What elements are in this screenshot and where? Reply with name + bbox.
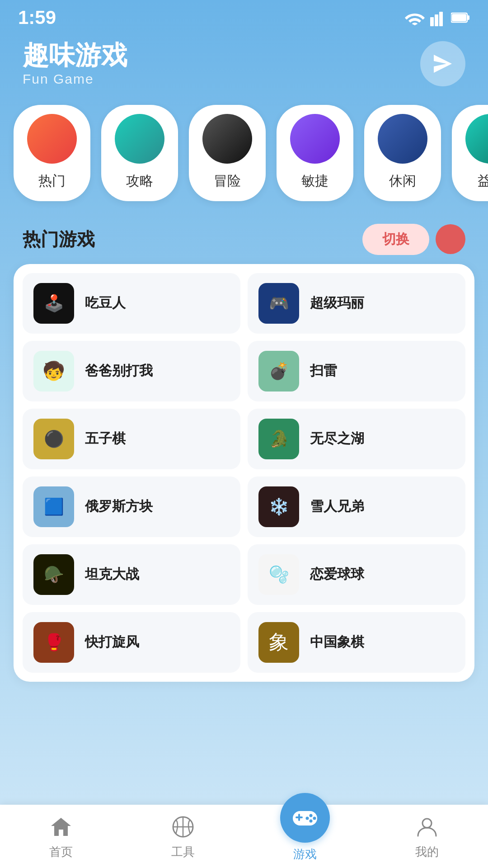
svg-rect-5 xyxy=(467,15,469,20)
game-item-chess[interactable]: 象 中国象棋 xyxy=(248,612,465,673)
category-label-more: 益... xyxy=(478,172,488,190)
game-icon-gomoku: ⚫ xyxy=(33,419,74,459)
status-icons xyxy=(405,9,470,26)
profile-icon xyxy=(413,813,441,840)
app-title: 趣味游戏 xyxy=(23,41,127,70)
header-title-block: 趣味游戏 Fun Game xyxy=(23,41,127,87)
category-item-hot[interactable]: 热门 xyxy=(14,105,90,201)
send-icon xyxy=(432,52,454,75)
game-item-snowbros[interactable]: ❄️ 雪人兄弟 xyxy=(248,476,465,537)
category-item-adventure[interactable]: 冒险 xyxy=(189,105,266,201)
game-icon-endless: 🐊 xyxy=(258,419,299,459)
category-item-casual[interactable]: 休闲 xyxy=(364,105,441,201)
category-icon-more xyxy=(465,114,488,164)
game-list-card: 🕹️ 吃豆人 🎮 超级玛丽 🧒 爸爸别打我 💣 扫雷 ⚫ 五子棋 🐊 无尽之湖 … xyxy=(14,264,474,682)
game-name-mario: 超级玛丽 xyxy=(310,294,364,312)
game-item-tankbattle[interactable]: 🪖 坦克大战 xyxy=(23,544,240,605)
category-label-casual: 休闲 xyxy=(389,172,416,190)
signal-icon xyxy=(430,9,446,26)
section-actions: 切换 xyxy=(362,224,465,255)
header: 趣味游戏 Fun Game xyxy=(0,32,488,100)
category-label-adventure: 冒险 xyxy=(214,172,241,190)
category-label-strategy: 攻略 xyxy=(126,172,153,190)
svg-point-13 xyxy=(310,819,313,822)
section-title: 热门游戏 xyxy=(23,227,95,252)
game-icon-chess: 象 xyxy=(258,622,299,663)
category-icon-hot xyxy=(27,114,77,164)
svg-point-14 xyxy=(422,819,432,828)
category-scroll[interactable]: 热门 攻略 冒险 敏捷 休闲 益... xyxy=(0,100,488,219)
svg-rect-9 xyxy=(298,814,300,821)
status-bar: 1:59 xyxy=(0,0,488,32)
svg-point-12 xyxy=(306,816,309,820)
battery-icon xyxy=(451,11,470,24)
game-icon-tankbattle: 🪖 xyxy=(33,554,74,595)
nav-item-games[interactable]: 游戏 xyxy=(244,811,366,862)
game-icon-mario: 🎮 xyxy=(258,283,299,324)
category-icon-casual xyxy=(378,114,427,164)
category-icon-strategy xyxy=(115,114,164,164)
svg-rect-1 xyxy=(435,14,438,26)
game-name-tetris: 俄罗斯方块 xyxy=(85,497,153,516)
game-item-pacman[interactable]: 🕹️ 吃豆人 xyxy=(23,273,240,334)
nav-label-tools: 工具 xyxy=(171,844,195,860)
nav-item-tools[interactable]: 工具 xyxy=(122,813,244,860)
game-item-loveball[interactable]: 🫧 恋爱球球 xyxy=(248,544,465,605)
game-item-mario[interactable]: 🎮 超级玛丽 xyxy=(248,273,465,334)
svg-rect-0 xyxy=(430,17,434,26)
svg-point-10 xyxy=(310,814,313,817)
wifi-icon xyxy=(405,10,425,25)
game-icon-streetfighter: 🥊 xyxy=(33,622,74,663)
game-item-streetfighter[interactable]: 🥊 快打旋风 xyxy=(23,612,240,673)
game-icon-minesweeper: 💣 xyxy=(258,351,299,392)
toggle-dot-button[interactable] xyxy=(436,224,465,254)
nav-label-games: 游戏 xyxy=(293,846,317,862)
svg-rect-2 xyxy=(439,12,443,26)
svg-point-11 xyxy=(313,816,316,820)
section-header: 热门游戏 切换 xyxy=(0,219,488,264)
nav-label-mine: 我的 xyxy=(415,844,439,860)
game-icon-pacman: 🕹️ xyxy=(33,283,74,324)
game-name-chess: 中国象棋 xyxy=(310,633,364,651)
gamepad-icon xyxy=(291,807,319,829)
game-item-dad[interactable]: 🧒 爸爸别打我 xyxy=(23,341,240,401)
status-time: 1:59 xyxy=(18,7,56,28)
game-item-gomoku[interactable]: ⚫ 五子棋 xyxy=(23,409,240,469)
category-item-strategy[interactable]: 攻略 xyxy=(101,105,178,201)
game-icon-snowbros: ❄️ xyxy=(258,486,299,527)
basketball-icon xyxy=(169,813,197,840)
nav-item-home[interactable]: 首页 xyxy=(0,813,122,860)
category-icon-agile xyxy=(290,114,340,164)
category-icon-adventure xyxy=(202,114,252,164)
game-item-tetris[interactable]: 🟦 俄罗斯方块 xyxy=(23,476,240,537)
game-name-minesweeper: 扫雷 xyxy=(310,362,337,380)
game-name-endless: 无尽之湖 xyxy=(310,429,364,448)
game-item-minesweeper[interactable]: 💣 扫雷 xyxy=(248,341,465,401)
category-label-hot: 热门 xyxy=(38,172,66,190)
category-label-agile: 敏捷 xyxy=(301,172,328,190)
app-subtitle: Fun Game xyxy=(23,71,127,87)
game-name-snowbros: 雪人兄弟 xyxy=(310,497,364,516)
category-item-more[interactable]: 益... xyxy=(452,105,488,201)
home-icon xyxy=(47,813,75,840)
nav-label-home: 首页 xyxy=(49,844,73,860)
game-name-loveball: 恋爱球球 xyxy=(310,565,364,584)
games-center-button[interactable] xyxy=(280,793,330,843)
game-name-gomoku: 五子棋 xyxy=(85,429,126,448)
svg-rect-4 xyxy=(452,14,466,21)
game-name-tankbattle: 坦克大战 xyxy=(85,565,139,584)
game-item-endless[interactable]: 🐊 无尽之湖 xyxy=(248,409,465,469)
bottom-nav: 首页 工具 游戏 xyxy=(0,805,488,868)
switch-button[interactable]: 切换 xyxy=(362,224,429,255)
game-icon-tetris: 🟦 xyxy=(33,486,74,527)
game-icon-loveball: 🫧 xyxy=(258,554,299,595)
game-icon-dad: 🧒 xyxy=(33,351,74,392)
navigation-button[interactable] xyxy=(420,41,465,86)
nav-item-mine[interactable]: 我的 xyxy=(366,813,488,860)
category-item-agile[interactable]: 敏捷 xyxy=(277,105,353,201)
game-name-streetfighter: 快打旋风 xyxy=(85,633,139,651)
game-name-dad: 爸爸别打我 xyxy=(85,362,153,380)
game-name-pacman: 吃豆人 xyxy=(85,294,126,312)
